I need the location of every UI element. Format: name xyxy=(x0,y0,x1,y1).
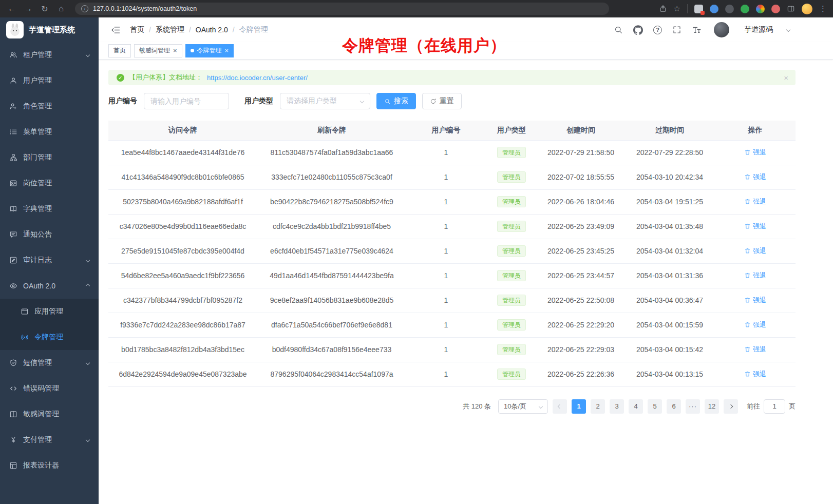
breadcrumb-item-system[interactable]: 系统管理 xyxy=(156,25,184,34)
next-page-button[interactable] xyxy=(724,399,738,414)
user-name[interactable]: 芋道源码 xyxy=(744,25,773,34)
sidebar-item-label: 部门管理 xyxy=(23,153,52,162)
force-logout-button[interactable]: 强退 xyxy=(744,222,766,231)
user-type-select[interactable]: 请选择用户类型 xyxy=(280,93,370,109)
sidebar-item-error-code[interactable]: 错误码管理 xyxy=(0,376,99,401)
page-button[interactable]: 1 xyxy=(572,399,586,414)
page-button[interactable]: 3 xyxy=(610,399,624,414)
alert-link[interactable]: https://doc.iocoder.cn/user-center/ xyxy=(207,74,308,82)
sidebar-item-sms[interactable]: 短信管理 xyxy=(0,350,99,376)
force-logout-button[interactable]: 强退 xyxy=(744,246,766,256)
delete-icon xyxy=(744,223,751,229)
force-logout-button[interactable]: 强退 xyxy=(744,172,766,182)
sidebar-item-notice[interactable]: 通知公告 xyxy=(0,222,99,247)
sidebar-item-dept[interactable]: 部门管理 xyxy=(0,145,99,170)
page-size-select[interactable]: 10条/页 xyxy=(498,399,548,414)
chevron-down-icon xyxy=(539,404,543,408)
sidebar-item-user[interactable]: 用户管理 xyxy=(0,68,99,93)
extension-icon[interactable] xyxy=(741,5,749,13)
extension-icon[interactable] xyxy=(694,5,703,13)
page-button[interactable]: 6 xyxy=(667,399,681,414)
split-view-icon[interactable] xyxy=(787,5,795,13)
refresh-token-cell: be90422b8c7946218275a508bf524fc9 xyxy=(257,189,406,214)
tab-home[interactable]: 首页 xyxy=(108,44,131,57)
app-logo-row[interactable]: 芋道管理系统 xyxy=(0,17,99,42)
breadcrumb-item-oauth[interactable]: OAuth 2.0 xyxy=(196,26,228,34)
refresh-token-cell: dfa6c71a50a54c66bef706ef9e6e8d81 xyxy=(257,313,406,337)
page-button[interactable]: 12 xyxy=(705,399,719,414)
github-icon[interactable] xyxy=(633,25,643,35)
sidebar-item-report-designer[interactable]: 报表设计器 xyxy=(0,453,99,478)
created-cell: 2022-06-25 22:26:36 xyxy=(537,362,624,386)
refresh-token-cell: 333ecfc71e02480cb11055c875c3ca0f xyxy=(257,165,406,189)
bookmark-star-icon[interactable]: ☆ xyxy=(674,4,680,13)
back-icon[interactable]: ← xyxy=(6,4,17,13)
force-logout-button[interactable]: 强退 xyxy=(744,197,766,206)
sidebar-item-token-management[interactable]: 令牌管理 xyxy=(0,324,99,350)
font-size-icon[interactable] xyxy=(692,25,702,35)
chevron-down-icon xyxy=(86,259,89,262)
force-logout-button[interactable]: 强退 xyxy=(744,370,766,379)
sidebar-item-audit-log[interactable]: 审计日志 xyxy=(0,247,99,273)
user-id-cell: 1 xyxy=(406,288,486,313)
home-icon[interactable]: ⌂ xyxy=(55,4,67,13)
close-icon[interactable]: × xyxy=(225,47,229,54)
force-logout-button[interactable]: 强退 xyxy=(744,320,766,329)
force-logout-button[interactable]: 强退 xyxy=(744,345,766,354)
sidebar-item-dict[interactable]: 字典管理 xyxy=(0,196,99,222)
sidebar-item-menu[interactable]: 菜单管理 xyxy=(0,119,99,145)
page-button[interactable]: 2 xyxy=(591,399,605,414)
access-token-cell: c347026e805e4d99b0d116eae66eda8c xyxy=(108,214,257,239)
user-id-input[interactable] xyxy=(144,93,229,109)
delete-icon xyxy=(744,149,751,156)
reload-icon[interactable]: ↻ xyxy=(39,4,50,14)
site-info-icon[interactable]: i xyxy=(81,5,88,12)
browser-profile-avatar[interactable] xyxy=(802,4,812,14)
page-button[interactable]: 4 xyxy=(629,399,643,414)
sidebar-item-oauth[interactable]: OAuth 2.0 xyxy=(0,273,99,299)
sidebar-item-label: 错误码管理 xyxy=(23,384,59,393)
tab-sensitive-word[interactable]: 敏感词管理 × xyxy=(134,44,182,57)
reset-button[interactable]: 重置 xyxy=(422,93,462,109)
sidebar-item-sensitive-word[interactable]: 敏感词管理 xyxy=(0,401,99,427)
address-bar[interactable]: i 127.0.0.1:1024/system/oauth2/token xyxy=(75,3,609,15)
col-user-type: 用户类型 xyxy=(486,121,537,140)
help-icon[interactable]: ? xyxy=(653,26,662,34)
url-text[interactable]: 127.0.0.1:1024/system/oauth2/token xyxy=(93,5,197,12)
force-logout-button[interactable]: 强退 xyxy=(744,148,766,157)
page-button[interactable]: 5 xyxy=(648,399,662,414)
tab-token-management[interactable]: 令牌管理 × xyxy=(185,44,234,57)
chevron-down-icon[interactable] xyxy=(787,28,790,31)
sms-icon xyxy=(9,359,17,367)
extension-icon[interactable] xyxy=(710,5,718,13)
more-pages-button[interactable]: ··· xyxy=(686,399,700,414)
extension-icon[interactable] xyxy=(771,5,780,13)
goto-page-input[interactable] xyxy=(764,399,785,414)
expires-cell: 2022-07-29 22:28:50 xyxy=(624,140,715,165)
sidebar-item-role[interactable]: 角色管理 xyxy=(0,93,99,119)
user-avatar[interactable] xyxy=(714,22,729,37)
close-icon[interactable]: × xyxy=(784,73,788,82)
breadcrumb-item-home[interactable]: 首页 xyxy=(130,25,144,34)
extension-icon[interactable] xyxy=(756,5,765,13)
search-button[interactable]: 搜索 xyxy=(376,93,416,109)
user-id-cell: 1 xyxy=(406,214,486,239)
sidebar-menu: 租户管理 用户管理 角色管理 菜单管理 部门管理 岗位管理 xyxy=(0,42,99,478)
sidebar-item-payment[interactable]: 支付管理 xyxy=(0,427,99,453)
fullscreen-icon[interactable] xyxy=(672,25,681,34)
sidebar-item-post[interactable]: 岗位管理 xyxy=(0,170,99,196)
sidebar-item-tenant[interactable]: 租户管理 xyxy=(0,42,99,68)
collapse-sidebar-icon[interactable] xyxy=(111,25,121,35)
extension-icon[interactable] xyxy=(725,5,734,13)
prev-page-button[interactable] xyxy=(553,399,567,414)
browser-menu-icon[interactable]: ⋮ xyxy=(819,4,827,13)
sidebar-item-app-management[interactable]: 应用管理 xyxy=(0,299,99,324)
close-icon[interactable]: × xyxy=(173,47,177,54)
force-logout-button[interactable]: 强退 xyxy=(744,271,766,280)
alert-text: 【用户体系】文档地址： xyxy=(129,73,202,82)
forward-icon[interactable]: → xyxy=(23,4,34,13)
app-icon xyxy=(21,307,29,316)
share-icon[interactable] xyxy=(659,5,667,13)
force-logout-button[interactable]: 强退 xyxy=(744,296,766,305)
search-icon[interactable] xyxy=(614,25,623,34)
